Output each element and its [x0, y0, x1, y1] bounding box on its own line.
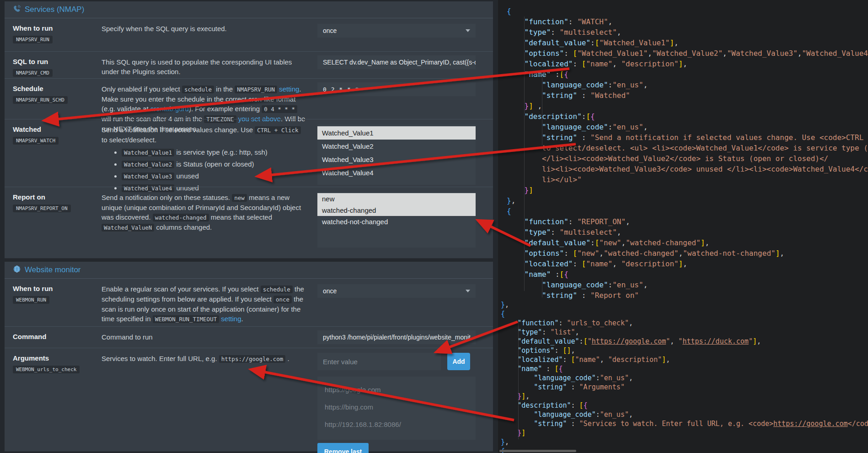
desc-text: .: [285, 355, 289, 362]
setting-key-chip: WEBMON_RUN: [13, 296, 49, 304]
code-line: "default_value":["new","watched-changed"…: [498, 237, 868, 248]
code-line: "description":[{: [498, 111, 868, 122]
link[interactable]: setting: [279, 85, 299, 93]
inline-code: https://google.com: [219, 355, 285, 363]
setting-description: This SQL query is used to populate the c…: [102, 57, 308, 76]
settings-card-website-monitor: Website monitorWhen to runWEBMON_RUNEnab…: [5, 262, 493, 452]
multiselect-listbox[interactable]: Watched_Value1Watched_Value2Watched_Valu…: [317, 124, 476, 185]
selected-value: once: [323, 27, 337, 34]
setting-label: Watched: [13, 125, 95, 133]
code-line: "options": ["Watched_Value1","Watched_Va…: [498, 48, 868, 59]
bullet-item: Watched_Value1 is service type (e.g.: ht…: [122, 147, 308, 157]
listbox-option[interactable]: Watched_Value3: [317, 153, 476, 166]
horizontal-scrollbar[interactable]: [499, 450, 576, 452]
setting-description: Send a notification only on these status…: [102, 193, 308, 232]
section-header: Website monitor: [5, 262, 493, 279]
bullet-item: Watched_Value3 unused: [122, 171, 308, 181]
setting-description: Command to run: [102, 332, 308, 342]
code-line: "name" : [{: [498, 364, 868, 373]
section-rows: When to runNMAPSRV_RUNSpecify when the S…: [5, 18, 493, 251]
dropdown-select[interactable]: once: [317, 284, 476, 298]
dropdown-select[interactable]: once: [317, 24, 476, 38]
listbox-option[interactable]: Watched_Value4: [317, 166, 476, 179]
listbox-option[interactable]: Watched_Value2: [317, 140, 476, 153]
setting-label: SQL to run: [13, 58, 95, 65]
setting-key-chip: NMAPSRV_RUN: [13, 36, 53, 43]
setting-description: Services to watch. Enter full URL, e.g. …: [102, 354, 308, 364]
setting-key-chip: NMAPSRV_RUN_SCHD: [13, 96, 68, 104]
code-line: "default_value":["Watched_Value1"],: [498, 38, 868, 48]
code-line: "string" : "Report on": [498, 290, 868, 301]
desc-text: Enable a regular scan of your services. …: [102, 285, 261, 293]
globe-icon: [13, 265, 21, 275]
text-input[interactable]: 0 2 * * *: [317, 82, 476, 96]
indent-guide: [542, 77, 542, 146]
list-value-input[interactable]: Enter value: [317, 353, 441, 370]
code-line: "string" : "Watched": [498, 90, 868, 101]
setting-control: python3 /home/pi/pialert/front/plugins/w…: [317, 327, 476, 344]
setting-row: ScheduleNMAPSRV_RUN_SCHDOnly enabled if …: [5, 78, 493, 119]
setting-key-chip: NMAPSRV_REPORT_ON: [13, 205, 71, 212]
setting-label: When to run: [13, 285, 95, 292]
setting-control: SELECT dv.dev_Name as Object_PrimaryID, …: [317, 52, 476, 69]
setting-key-chip: WEBMON_urls_to_check: [13, 366, 80, 373]
code-line: "options": [],: [498, 346, 868, 355]
desc-text: means that selected: [209, 213, 272, 221]
inline-code: Watched_ValueN: [102, 224, 154, 232]
setting-row: CommandCommand to runpython3 /home/pi/pi…: [5, 326, 493, 348]
remove-last-button[interactable]: Remove last: [317, 443, 369, 453]
add-button[interactable]: Add: [447, 353, 470, 370]
code-line: "localized": ["name", "description"],: [498, 259, 868, 269]
code-line: "localized": ["name", "description"],: [498, 355, 868, 364]
code-line: "language_code":"en_us",: [498, 373, 868, 383]
bullet-item: Watched_Value2 is Status (open or closed…: [122, 159, 308, 169]
desc-text: Services to watch. Enter full URL, e.g.: [102, 355, 219, 362]
setting-key-chip: NMAPSRV_WATCH: [13, 137, 59, 145]
section-rows: When to runWEBMON_RUNEnable a regular sc…: [5, 279, 493, 453]
code-line: },: [498, 300, 868, 309]
url-link[interactable]: https://google.com: [592, 337, 666, 345]
code-line: "string" : "Services to watch. Enter ful…: [498, 419, 868, 428]
inline-code: schedule: [261, 286, 293, 293]
code-pane-bottom: },{ "function": "urls_to_check", "type":…: [498, 300, 868, 453]
setting-row: WatchedNMAPSRV_WATCHSend a notification …: [5, 119, 493, 187]
link[interactable]: setting: [221, 315, 241, 323]
desc-text: ). For example entering: [189, 105, 262, 113]
chevron-down-icon: [466, 290, 470, 292]
url-list-box[interactable]: https://google.comhttps://bing.comhttp:/…: [317, 377, 476, 440]
list-input-row: Enter valueAdd: [317, 353, 476, 370]
listbox-option[interactable]: new: [317, 193, 476, 205]
desc-text: Command to run: [102, 333, 153, 341]
desc-text: Specify when the SQL query is executed.: [102, 25, 227, 32]
code-line: "string" : "Arguments": [498, 383, 868, 392]
code-line: "function": "WATCH",: [498, 16, 868, 27]
inline-code: once: [273, 296, 292, 303]
desc-text: in the: [214, 85, 235, 93]
link[interactable]: crontab.guru: [150, 105, 189, 113]
inline-code: 0 4 * * *: [262, 105, 297, 113]
section-header: Services (NMAP): [5, 1, 493, 18]
url-list-item: https://google.com: [325, 381, 468, 399]
setting-row: Report onNMAPSRV_REPORT_ONSend a notific…: [5, 187, 493, 251]
listbox-option[interactable]: Watched_Value1: [317, 126, 476, 140]
code-line: </li><li><code>Watched_Value2</code> is …: [498, 153, 868, 164]
url-list-item: http://192.168.1.82:8086/: [325, 416, 468, 433]
multiselect-listbox[interactable]: newwatched-changedwatched-not-changed: [317, 192, 476, 248]
indent-guide: [518, 320, 519, 439]
code-editor-panel: { "function": "WATCH", "type": "multisel…: [498, 0, 868, 453]
inline-code: schedule: [182, 86, 214, 93]
setting-row: When to runWEBMON_RUNEnable a regular sc…: [5, 279, 493, 326]
listbox-option[interactable]: watched-changed: [317, 205, 476, 216]
setting-control: once: [317, 18, 476, 38]
setting-control: Enter valueAddhttps://google.comhttps://…: [317, 348, 476, 453]
section-title: Website monitor: [25, 265, 81, 275]
code-line: "type": "multiselect",: [498, 27, 868, 38]
url-link[interactable]: https://duck.com: [682, 337, 749, 345]
url-link[interactable]: https://google.com: [773, 420, 848, 428]
inline-code: watched-changed: [153, 214, 209, 221]
text-input[interactable]: SELECT dv.dev_Name as Object_PrimaryID, …: [317, 55, 476, 69]
text-input[interactable]: python3 /home/pi/pialert/front/plugins/w…: [317, 330, 476, 344]
listbox-option[interactable]: watched-not-changed: [317, 216, 476, 227]
code-line: }]: [498, 428, 868, 437]
desc-text: unused: [174, 172, 198, 180]
